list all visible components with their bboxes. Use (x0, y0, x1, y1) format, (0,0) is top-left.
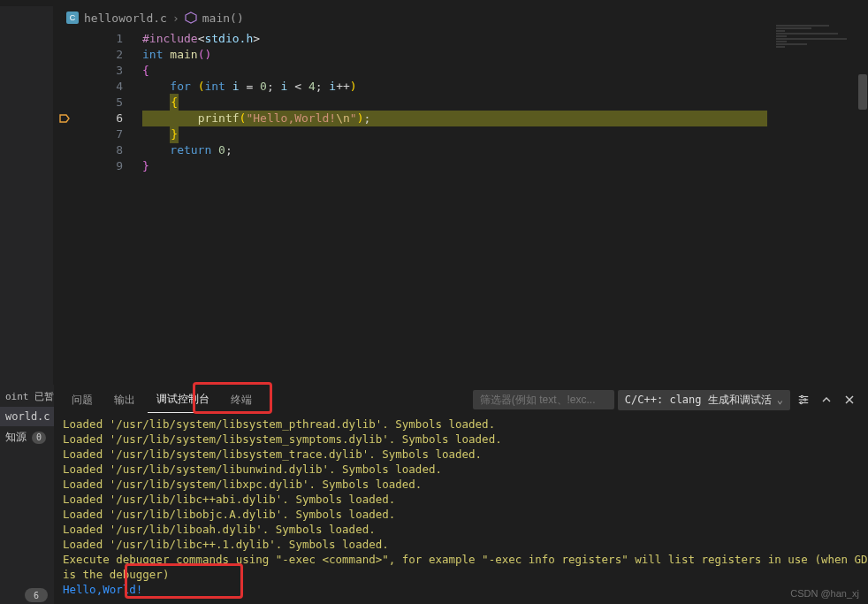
activity-sidebar (0, 6, 54, 385)
console-log-line: Loaded '/usr/lib/libc++.1.dylib'. Symbol… (63, 537, 859, 552)
code-line[interactable]: 4 for (int i = 0; i < 4; i++) (54, 79, 868, 95)
svg-point-7 (800, 401, 802, 403)
close-panel-icon[interactable] (840, 390, 859, 409)
console-log-line: Loaded '/usr/lib/system/libsystem_trace.… (63, 447, 859, 462)
breakpoint-current-icon[interactable] (59, 113, 70, 124)
line-number: 3 (54, 63, 142, 79)
console-log-line: Loaded '/usr/lib/system/libsystem_pthrea… (63, 417, 859, 432)
line-number: 4 (54, 79, 142, 95)
code-line[interactable]: 3{ (54, 63, 868, 79)
line-number: 5 (54, 95, 142, 111)
breadcrumb-file[interactable]: helloworld.c (84, 11, 167, 25)
line-number: 7 (54, 126, 142, 142)
page-indicator: 6 (25, 588, 48, 602)
debug-config-label: C/C++: clang 生成和调试活 (625, 393, 772, 408)
console-log-line: is the debugger) (63, 567, 859, 582)
minimap[interactable] (776, 25, 864, 78)
breadcrumb-symbol[interactable]: main() (202, 11, 244, 25)
svg-point-6 (804, 399, 806, 401)
code-editor[interactable]: 1#include<stdio.h>2int main()3{4 for (in… (54, 29, 868, 385)
breadcrumb[interactable]: C helloworld.c › main() (54, 6, 868, 29)
loaded-sources-label: 知源 (5, 430, 27, 445)
tab-problems[interactable]: 问题 (63, 387, 102, 413)
debug-config-selector[interactable]: C/C++: clang 生成和调试活 ⌄ (618, 390, 790, 410)
console-log-line: Loaded '/usr/lib/libobjc.A.dylib'. Symbo… (63, 507, 859, 522)
code-line[interactable]: 7 } (54, 126, 868, 142)
console-log-line: Loaded '/usr/lib/liboah.dylib'. Symbols … (63, 522, 859, 537)
tab-debug-console[interactable]: 调试控制台 (148, 386, 218, 413)
console-log-line: Loaded '/usr/lib/system/libsystem_sympto… (63, 432, 859, 447)
line-number: 6 (54, 111, 142, 126)
console-log-line: Loaded '/usr/lib/libc++abi.dylib'. Symbo… (63, 492, 859, 507)
tab-output[interactable]: 输出 (105, 387, 144, 413)
code-line[interactable]: 5 { (54, 95, 868, 111)
code-line[interactable]: 1#include<stdio.h> (54, 31, 868, 47)
line-number: 1 (54, 31, 142, 47)
line-number: 9 (54, 158, 142, 174)
line-number: 8 (54, 142, 142, 158)
line-number: 2 (54, 47, 142, 63)
c-file-icon: C (66, 11, 79, 24)
code-line[interactable]: 9} (54, 158, 868, 174)
svg-text:C: C (70, 13, 76, 22)
svg-point-5 (801, 395, 803, 397)
debug-side-panel: oint 已暂停 world.c 知源 0 (0, 385, 54, 604)
callstack-header: oint 已暂停 (0, 385, 54, 407)
symbol-method-icon (185, 11, 197, 24)
tab-terminal[interactable]: 终端 (222, 387, 261, 413)
code-line[interactable]: 8 return 0; (54, 142, 868, 158)
console-log-line: Execute debugger commands using "-exec <… (63, 552, 859, 567)
chevron-up-icon[interactable] (817, 390, 836, 409)
settings-icon[interactable] (794, 390, 813, 409)
watermark: CSDN @han_xj (790, 588, 859, 599)
panel-tabbar: 问题 输出 调试控制台 终端 C/C++: clang 生成和调试活 ⌄ (54, 385, 868, 415)
chevron-right-icon: › (172, 11, 179, 25)
chevron-down-icon: ⌄ (777, 394, 783, 406)
editor-area: C helloworld.c › main() 1#include<stdio.… (54, 6, 868, 385)
code-line[interactable]: 2int main() (54, 47, 868, 63)
console-filter-input[interactable] (473, 390, 614, 409)
console-log-line: Loaded '/usr/lib/system/libxpc.dylib'. S… (63, 477, 859, 492)
debug-console-output[interactable]: Loaded '/usr/lib/system/libsystem_pthrea… (54, 415, 868, 604)
callstack-file[interactable]: world.c (0, 407, 54, 426)
loaded-sources-count: 0 (32, 432, 46, 444)
console-log-line: Loaded '/usr/lib/system/libunwind.dylib'… (63, 462, 859, 477)
console-stdout-line: Hello,World! (63, 582, 859, 597)
